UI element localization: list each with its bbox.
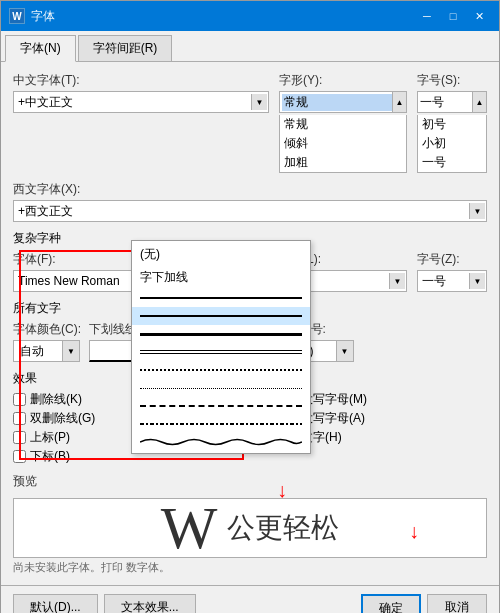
text-effect-button[interactable]: 文本效果... [104, 594, 196, 613]
style-group: 字形(Y): 常规 ▲ 常规 倾斜 加粗 [279, 72, 407, 173]
title-bar-buttons: ─ □ ✕ [415, 7, 491, 25]
chinese-font-row: 中文字体(T): +中文正文 ▼ 字形(Y): 常规 ▲ 常规 倾斜 加粗 [13, 72, 487, 173]
footer-buttons: 默认(D)... 文本效果... 确定 取消 [1, 585, 499, 613]
line-dotted-preview [140, 364, 302, 376]
line-thick-preview [140, 328, 302, 340]
western-font-label: 西文字体(X): [13, 181, 487, 198]
maximize-button[interactable]: □ [441, 7, 465, 25]
complex-size-select[interactable]: 一号 [417, 270, 487, 292]
western-font-row: 西文字体(X): +西文正文 ▼ [13, 181, 487, 222]
effect-double-strikethrough-checkbox[interactable] [13, 412, 26, 425]
line-solid2-preview [140, 310, 302, 322]
app-icon: W [9, 8, 25, 24]
title-bar: W 字体 ─ □ ✕ [1, 1, 499, 31]
red-arrow-bottom: ↓ [409, 520, 419, 543]
dropdown-item-solid2[interactable] [132, 307, 310, 325]
effect-subscript-label: 下标(B) [30, 448, 70, 465]
dropdown-item-word-underline[interactable]: 字下加线 [132, 266, 310, 289]
western-font-group: 西文字体(X): +西文正文 ▼ [13, 181, 487, 222]
dropdown-item-dotted2[interactable] [132, 379, 310, 397]
size-option-1[interactable]: 初号 [418, 115, 486, 134]
preview-w: W [161, 498, 218, 558]
effect-strikethrough-checkbox[interactable] [13, 393, 26, 406]
chinese-font-select-wrapper: +中文正文 ▼ [13, 91, 269, 113]
font-dialog: W 字体 ─ □ ✕ 字体(N) 字符间距(R) 中文字体(T): +中文正文 [0, 0, 500, 613]
dropdown-item-dashdot[interactable] [132, 415, 310, 433]
tab-character-spacing[interactable]: 字符间距(R) [78, 35, 173, 61]
complex-size-select-wrapper: 一号 ▼ [417, 270, 487, 292]
style-option-bold[interactable]: 加粗 [280, 153, 406, 172]
dropdown-item-double[interactable] [132, 343, 310, 361]
style-option-regular[interactable]: 常规 [280, 115, 406, 134]
effect-strikethrough-label: 删除线(K) [30, 391, 82, 408]
size-scroll-up[interactable]: ▲ [472, 92, 486, 112]
size-group: 字号(S): 一号 ▲ 初号 小初 一号 [417, 72, 487, 173]
emphasis-dropdown-arrow[interactable]: ▼ [337, 340, 354, 362]
footer-right-buttons: 确定 取消 [361, 594, 487, 613]
line-wave-preview [140, 436, 302, 448]
complex-size-group: 字号(Z): 一号 ▼ [417, 251, 487, 292]
window-title: 字体 [31, 8, 55, 25]
line-dashdot-preview [140, 418, 302, 430]
effect-superscript-label: 上标(P) [30, 429, 70, 446]
font-color-select-wrapper: 自动 ▼ [13, 340, 81, 362]
dropdown-item-wave[interactable] [132, 433, 310, 451]
size-label: 字号(S): [417, 72, 487, 89]
line-dotted2-preview [140, 382, 302, 394]
effect-superscript-checkbox[interactable] [13, 431, 26, 444]
preview-note: 尚未安装此字体。打印 数字体。 [13, 560, 487, 575]
red-arrow-indicator: ↓ [277, 479, 287, 502]
underline-dropdown: (无) 字下加线 [131, 240, 311, 454]
tab-bar: 字体(N) 字符间距(R) [1, 31, 499, 62]
style-value: 常规 [282, 94, 404, 111]
title-bar-left: W 字体 [9, 8, 55, 25]
chinese-font-select[interactable]: +中文正文 [13, 91, 269, 113]
default-button[interactable]: 默认(D)... [13, 594, 98, 613]
font-color-group: 字体颜色(C): 自动 ▼ [13, 321, 81, 362]
chinese-font-group: 中文字体(T): +中文正文 ▼ [13, 72, 269, 173]
style-scroll-up[interactable]: ▲ [392, 92, 406, 112]
dropdown-item-thick[interactable] [132, 325, 310, 343]
effect-double-strikethrough-label: 双删除线(G) [30, 410, 95, 427]
tab-font[interactable]: 字体(N) [5, 35, 76, 62]
dropdown-item-dotted[interactable] [132, 361, 310, 379]
font-color-dropdown-arrow[interactable]: ▼ [63, 340, 80, 362]
western-font-select[interactable]: +西文正文 [13, 200, 487, 222]
dropdown-item-none[interactable]: (无) [132, 243, 310, 266]
dialog-content: 中文字体(T): +中文正文 ▼ 字形(Y): 常规 ▲ 常规 倾斜 加粗 [1, 62, 499, 585]
font-color-label: 字体颜色(C): [13, 321, 81, 338]
size-option-3[interactable]: 一号 [418, 153, 486, 172]
close-button[interactable]: ✕ [467, 7, 491, 25]
cancel-button[interactable]: 取消 [427, 594, 487, 613]
dropdown-item-dashed[interactable] [132, 397, 310, 415]
complex-size-label: 字号(Z): [417, 251, 487, 268]
style-option-italic[interactable]: 倾斜 [280, 134, 406, 153]
style-label: 字形(Y): [279, 72, 407, 89]
chinese-font-label: 中文字体(T): [13, 72, 269, 89]
footer-left-buttons: 默认(D)... 文本效果... [13, 594, 196, 613]
font-color-btn[interactable]: 自动 [13, 340, 63, 362]
western-font-select-wrapper: +西文正文 ▼ [13, 200, 487, 222]
preview-text: 公更轻松 [227, 509, 339, 547]
line-dashed-preview [140, 400, 302, 412]
line-double-preview [140, 346, 302, 358]
line-solid-preview [140, 292, 302, 304]
ok-button[interactable]: 确定 [361, 594, 421, 613]
size-option-2[interactable]: 小初 [418, 134, 486, 153]
preview-label: 预览 [13, 473, 487, 490]
minimize-button[interactable]: ─ [415, 7, 439, 25]
dropdown-item-solid[interactable] [132, 289, 310, 307]
effect-subscript-checkbox[interactable] [13, 450, 26, 463]
